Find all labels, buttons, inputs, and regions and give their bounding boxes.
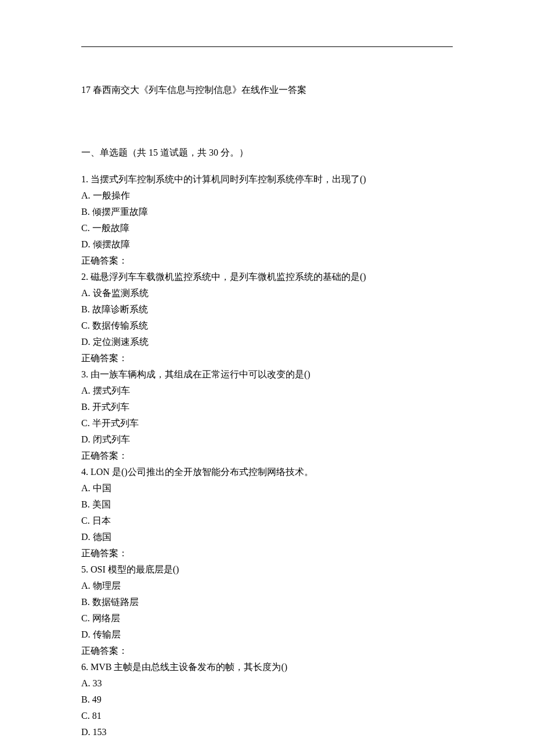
option-label: C. <box>81 223 90 233</box>
option: A. 物理层 <box>81 578 453 594</box>
option-text: 49 <box>92 694 102 704</box>
question-text: 6. MVB 主帧是由总线主设备发布的帧，其长度为() <box>81 659 453 675</box>
option-text: 德国 <box>93 532 111 542</box>
option: C. 一般故障 <box>81 220 453 236</box>
option: B. 49 <box>81 692 453 708</box>
option: A. 中国 <box>81 480 453 496</box>
option-label: C. <box>81 321 90 330</box>
option-text: 一般操作 <box>93 190 130 200</box>
option: B. 数据链路层 <box>81 594 453 610</box>
option-text: 153 <box>93 727 107 737</box>
option-label: B. <box>81 207 90 217</box>
option-label: D. <box>81 629 91 639</box>
option-label: A. <box>81 190 91 200</box>
question-body: OSI 模型的最底层是() <box>91 564 179 574</box>
question-text: 1. 当摆式列车控制系统中的计算机同时列车控制系统停车时，出现了() <box>81 171 453 188</box>
option: C. 网络层 <box>81 610 453 627</box>
question-block: 1. 当摆式列车控制系统中的计算机同时列车控制系统停车时，出现了()A. 一般操… <box>81 171 453 269</box>
question-number: 6. <box>81 662 88 672</box>
option-text: 半开式列车 <box>92 418 139 428</box>
option-text: 闭式列车 <box>93 434 130 444</box>
question-block: 3. 由一族车辆构成，其组成在正常运行中可以改变的是()A. 摆式列车B. 开式… <box>81 366 453 464</box>
answer-label: 正确答案： <box>81 545 453 561</box>
section-header: 一、单选题（共 15 道试题，共 30 分。） <box>81 145 453 161</box>
option-label: A. <box>81 678 91 688</box>
option-text: 摆式列车 <box>93 386 130 395</box>
option-label: D. <box>81 532 91 542</box>
option-text: 传输层 <box>93 629 121 639</box>
question-text: 5. OSI 模型的最底层是() <box>81 561 453 578</box>
answer-label: 正确答案： <box>81 448 453 464</box>
question-body: MVB 主帧是由总线主设备发布的帧，其长度为() <box>91 662 287 672</box>
option: A. 设备监测系统 <box>81 285 453 301</box>
option: D. 传输层 <box>81 627 453 643</box>
option-label: A. <box>81 386 91 395</box>
question-number: 5. <box>81 564 88 574</box>
page-container: 17 春西南交大《列车信息与控制信息》在线作业一答案 一、单选题（共 15 道试… <box>0 0 534 756</box>
option-label: B. <box>81 304 90 314</box>
option-label: C. <box>81 418 90 428</box>
option: A. 摆式列车 <box>81 383 453 399</box>
option-label: C. <box>81 613 90 623</box>
option-text: 美国 <box>92 499 111 509</box>
option: B. 美国 <box>81 496 453 513</box>
option: D. 闭式列车 <box>81 431 453 448</box>
option-text: 33 <box>93 678 102 688</box>
option-label: B. <box>81 694 90 704</box>
option-label: C. <box>81 516 90 525</box>
answer-label: 正确答案： <box>81 350 453 366</box>
option-label: C. <box>81 711 90 721</box>
question-block: 5. OSI 模型的最底层是()A. 物理层B. 数据链路层C. 网络层D. 传… <box>81 561 453 659</box>
option-label: A. <box>81 288 91 298</box>
option-text: 故障诊断系统 <box>92 304 148 314</box>
option-label: B. <box>81 597 90 607</box>
question-body: LON 是()公司推出的全开放智能分布式控制网络技术。 <box>91 467 313 477</box>
option-text: 一般故障 <box>92 223 129 233</box>
question-body: 磁悬浮列车车载微机监控系统中，是列车微机监控系统的基础的是() <box>91 272 366 282</box>
option-text: 数据传输系统 <box>92 321 148 330</box>
option: B. 开式列车 <box>81 399 453 415</box>
option-text: 81 <box>92 711 102 721</box>
option: D. 定位测速系统 <box>81 334 453 350</box>
option-text: 网络层 <box>92 613 120 623</box>
option: B. 倾摆严重故障 <box>81 204 453 220</box>
option: B. 故障诊断系统 <box>81 301 453 318</box>
option: D. 153 <box>81 724 453 740</box>
option: A. 33 <box>81 675 453 692</box>
question-number: 1. <box>81 174 88 184</box>
document-title: 17 春西南交大《列车信息与控制信息》在线作业一答案 <box>81 82 453 98</box>
question-number: 3. <box>81 369 88 379</box>
option-text: 倾摆故障 <box>93 239 130 249</box>
option-text: 日本 <box>92 516 111 525</box>
question-block: 4. LON 是()公司推出的全开放智能分布式控制网络技术。A. 中国B. 美国… <box>81 464 453 561</box>
question-text: 4. LON 是()公司推出的全开放智能分布式控制网络技术。 <box>81 464 453 480</box>
option-label: D. <box>81 239 91 249</box>
option-text: 定位测速系统 <box>93 337 149 347</box>
answer-label: 正确答案： <box>81 253 453 269</box>
option-label: B. <box>81 499 90 509</box>
option-text: 设备监测系统 <box>93 288 149 298</box>
option-label: B. <box>81 402 90 412</box>
question-body: 由一族车辆构成，其组成在正常运行中可以改变的是() <box>91 369 311 379</box>
option: D. 倾摆故障 <box>81 236 453 253</box>
option-text: 中国 <box>93 483 111 493</box>
option: C. 半开式列车 <box>81 415 453 431</box>
option: D. 德国 <box>81 529 453 545</box>
option: A. 一般操作 <box>81 188 453 204</box>
option-label: A. <box>81 581 91 591</box>
option-text: 物理层 <box>93 581 121 591</box>
questions-container: 1. 当摆式列车控制系统中的计算机同时列车控制系统停车时，出现了()A. 一般操… <box>81 171 453 740</box>
question-text: 2. 磁悬浮列车车载微机监控系统中，是列车微机监控系统的基础的是() <box>81 269 453 285</box>
option: C. 数据传输系统 <box>81 318 453 334</box>
option-text: 数据链路层 <box>92 597 139 607</box>
question-text: 3. 由一族车辆构成，其组成在正常运行中可以改变的是() <box>81 366 453 383</box>
question-body: 当摆式列车控制系统中的计算机同时列车控制系统停车时，出现了() <box>91 174 366 184</box>
option-label: D. <box>81 337 91 347</box>
option-label: A. <box>81 483 91 493</box>
option-text: 倾摆严重故障 <box>92 207 148 217</box>
question-number: 4. <box>81 467 88 477</box>
question-number: 2. <box>81 272 88 282</box>
option: C. 日本 <box>81 513 453 529</box>
answer-label: 正确答案： <box>81 643 453 659</box>
option-label: D. <box>81 434 91 444</box>
